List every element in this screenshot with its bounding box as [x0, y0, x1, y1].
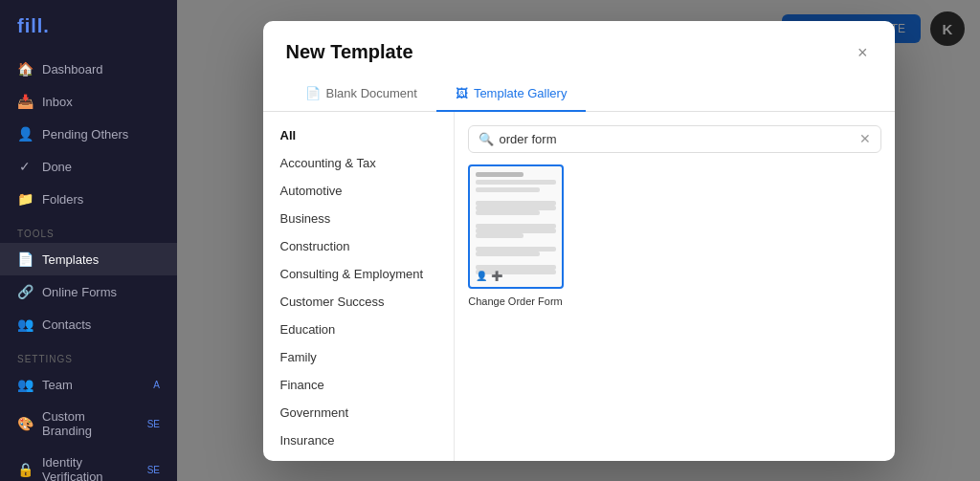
- category-item-construction[interactable]: Construction: [263, 232, 454, 260]
- nav-icon-done: ✓: [17, 159, 33, 174]
- sidebar-item-inbox[interactable]: 📥Inbox: [0, 85, 177, 118]
- category-item-finance[interactable]: Finance: [263, 371, 454, 399]
- modal-header: New Template ×: [263, 21, 895, 65]
- category-item-automotive[interactable]: Automotive: [263, 177, 454, 205]
- category-item-education[interactable]: Education: [263, 316, 454, 343]
- category-item-all[interactable]: All: [263, 121, 454, 149]
- category-item-government[interactable]: Government: [263, 399, 454, 426]
- settings-icon-custom-branding: 🎨: [17, 416, 33, 431]
- modal-body: AllAccounting & TaxAutomotiveBusinessCon…: [263, 112, 895, 461]
- settings-icon-team: 👥: [17, 377, 33, 392]
- tools-label-templates: Templates: [42, 252, 99, 267]
- nav-icon-inbox: 📥: [17, 94, 33, 109]
- sidebar: fill. 🏠Dashboard📥Inbox👤Pending Others✓Do…: [0, 0, 177, 481]
- badge-identity-verification: SE: [147, 465, 160, 475]
- nav-icon-folders: 📁: [17, 191, 33, 207]
- template-grid: 👤➕ Change Order Form: [468, 164, 881, 308]
- category-item-business[interactable]: Business: [263, 205, 454, 232]
- category-item-family[interactable]: Family: [263, 343, 454, 371]
- new-template-modal: New Template × 📄 Blank Document 🖼 Templa…: [263, 21, 895, 461]
- badge-team: A: [153, 380, 160, 390]
- nav-label-dashboard: Dashboard: [42, 62, 103, 77]
- sidebar-item-templates[interactable]: 📄Templates: [0, 243, 177, 275]
- modal-overlay: New Template × 📄 Blank Document 🖼 Templa…: [177, 0, 980, 481]
- tab-blank-label: Blank Document: [326, 86, 417, 100]
- sidebar-item-done[interactable]: ✓Done: [0, 150, 177, 183]
- template-label: Change Order Form: [468, 295, 562, 308]
- settings-section-label: SETTINGS: [0, 340, 177, 368]
- nav-label-inbox: Inbox: [42, 95, 73, 109]
- modal-title: New Template: [286, 41, 413, 63]
- settings-label-team: Team: [42, 378, 73, 392]
- sidebar-item-online-forms[interactable]: 🔗Online Forms: [0, 275, 177, 308]
- settings-label-identity-verification: Identity Verification: [42, 455, 138, 481]
- tab-template-gallery[interactable]: 🖼 Template Gallery: [436, 77, 587, 112]
- settings-icon-identity-verification: 🔒: [17, 462, 33, 477]
- search-bar: 🔍 ✕: [468, 125, 881, 153]
- badge-custom-branding: SE: [147, 419, 160, 429]
- tab-gallery-label: Template Gallery: [474, 86, 568, 100]
- template-card-change-order-form[interactable]: 👤➕ Change Order Form: [468, 164, 564, 308]
- gallery-icon: 🖼: [456, 86, 468, 100]
- tools-icon-templates: 📄: [17, 251, 33, 267]
- nav-icon-dashboard: 🏠: [17, 61, 33, 77]
- nav-label-done: Done: [42, 160, 72, 174]
- category-item-consulting-employment[interactable]: Consulting & Employment: [263, 260, 454, 288]
- sidebar-item-contacts[interactable]: 👥Contacts: [0, 308, 177, 340]
- sidebar-item-dashboard[interactable]: 🏠Dashboard: [0, 53, 177, 85]
- sidebar-item-folders[interactable]: 📁Folders: [0, 183, 177, 215]
- search-icon: 🔍: [479, 132, 494, 146]
- sidebar-nav: 🏠Dashboard📥Inbox👤Pending Others✓Done📁Fol…: [0, 53, 177, 481]
- tools-section-label: TOOLS: [0, 215, 177, 243]
- tools-label-contacts: Contacts: [42, 317, 91, 332]
- modal-close-button[interactable]: ×: [854, 40, 872, 65]
- main-content: CREATE TEMPLATE K New Template × 📄 Blank…: [177, 0, 980, 481]
- category-list: AllAccounting & TaxAutomotiveBusinessCon…: [263, 112, 455, 461]
- search-clear-button[interactable]: ✕: [859, 132, 871, 145]
- template-footer-icons: 👤➕: [476, 271, 502, 281]
- sidebar-item-custom-branding[interactable]: 🎨Custom BrandingSE: [0, 401, 177, 447]
- tools-label-online-forms: Online Forms: [42, 285, 117, 299]
- category-item-customer-success[interactable]: Customer Success: [263, 288, 454, 316]
- blank-doc-icon: 📄: [305, 86, 321, 100]
- sidebar-item-pending-others[interactable]: 👤Pending Others: [0, 118, 177, 150]
- category-item-accounting-tax[interactable]: Accounting & Tax: [263, 149, 454, 177]
- search-input[interactable]: [500, 132, 854, 146]
- nav-label-folders: Folders: [42, 192, 83, 207]
- tools-icon-contacts: 👥: [17, 317, 33, 332]
- nav-icon-pending-others: 👤: [17, 126, 33, 142]
- template-thumbnail: 👤➕: [468, 164, 564, 289]
- logo: fill.: [0, 0, 177, 53]
- category-item-insurance[interactable]: Insurance: [263, 426, 454, 454]
- category-item-legal-services[interactable]: Legal Services: [263, 454, 454, 461]
- settings-label-custom-branding: Custom Branding: [42, 409, 138, 438]
- tab-blank-document[interactable]: 📄 Blank Document: [286, 77, 436, 112]
- tools-icon-online-forms: 🔗: [17, 284, 33, 299]
- sidebar-item-team[interactable]: 👥TeamA: [0, 368, 177, 401]
- nav-label-pending-others: Pending Others: [42, 127, 128, 142]
- templates-area: 🔍 ✕: [455, 112, 895, 461]
- modal-tabs: 📄 Blank Document 🖼 Template Gallery: [263, 77, 895, 112]
- sidebar-item-identity-verification[interactable]: 🔒Identity VerificationSE: [0, 447, 177, 481]
